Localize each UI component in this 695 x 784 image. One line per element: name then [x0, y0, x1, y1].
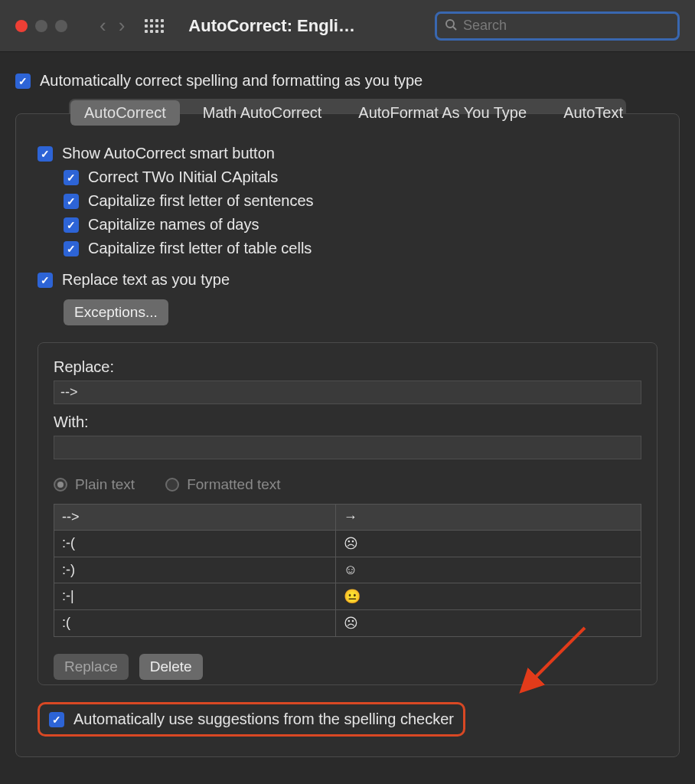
- replace-label: Replace:: [54, 358, 641, 376]
- exceptions-button[interactable]: Exceptions...: [64, 299, 168, 325]
- content: ✓ Automatically correct spelling and for…: [0, 52, 695, 773]
- option-label: Capitalize first letter of sentences: [88, 192, 314, 210]
- svg-point-0: [446, 20, 454, 28]
- table-cell-replace: -->: [54, 505, 336, 530]
- zoom-window-button[interactable]: [55, 20, 67, 32]
- option-label: Capitalize names of days: [88, 216, 259, 234]
- back-icon[interactable]: ‹: [100, 14, 106, 38]
- svg-line-1: [453, 27, 456, 30]
- minimize-window-button[interactable]: [35, 20, 47, 32]
- table-cell-replace: :(: [54, 610, 336, 636]
- checkbox-icon: ✓: [38, 146, 53, 162]
- checkbox-icon: ✓: [38, 273, 53, 288]
- table-button-row: Replace Delete: [54, 654, 641, 680]
- replace-button: Replace: [54, 654, 129, 680]
- radio-dot-icon: [54, 478, 67, 492]
- plain-text-radio: Plain text: [54, 476, 135, 493]
- apps-grid-icon[interactable]: [145, 19, 164, 33]
- replace-as-you-type-label: Replace text as you type: [62, 271, 230, 289]
- forward-icon[interactable]: ›: [119, 14, 126, 38]
- window-title: AutoCorrect: Engli…: [188, 16, 355, 36]
- checkbox-icon: ✓: [64, 194, 79, 209]
- table-cell-with: →: [336, 505, 641, 530]
- tab-autocorrect[interactable]: AutoCorrect: [70, 100, 180, 126]
- checkbox-icon: ✓: [15, 74, 31, 89]
- replace-input[interactable]: [54, 381, 641, 404]
- table-row[interactable]: :-(☹: [54, 531, 641, 557]
- option-label: Capitalize first letter of table cells: [88, 240, 312, 257]
- capitalize-sentences-row[interactable]: ✓ Capitalize first letter of sentences: [64, 192, 657, 210]
- replace-as-you-type-row[interactable]: ✓ Replace text as you type: [38, 271, 657, 289]
- checkbox-icon: ✓: [64, 170, 79, 185]
- checkbox-icon: ✓: [64, 217, 79, 233]
- table-cell-replace: :-|: [54, 583, 336, 609]
- show-smart-button-label: Show AutoCorrect smart button: [62, 145, 275, 162]
- table-cell-with: 😐: [336, 583, 641, 609]
- table-cell-replace: :-(: [54, 531, 336, 557]
- replacement-table[interactable]: -->→:-(☹:-)☺:-|😐:(☹: [54, 504, 641, 637]
- format-radio-row: Plain text Formatted text: [54, 476, 641, 493]
- close-window-button[interactable]: [15, 20, 28, 32]
- with-input[interactable]: [54, 436, 641, 459]
- checkbox-icon: ✓: [49, 712, 64, 727]
- tab-math-autocorrect[interactable]: Math AutoCorrect: [189, 100, 336, 126]
- auto-correct-top-checkbox-row[interactable]: ✓ Automatically correct spelling and for…: [15, 72, 680, 90]
- search-icon: [445, 18, 457, 34]
- capitalize-days-row[interactable]: ✓ Capitalize names of days: [64, 216, 657, 234]
- table-row[interactable]: :-|😐: [54, 583, 641, 610]
- spelling-suggestions-label: Automatically use suggestions from the s…: [73, 710, 454, 728]
- traffic-lights: [15, 20, 67, 32]
- plain-text-label: Plain text: [75, 476, 135, 493]
- table-cell-with: ☹: [336, 531, 641, 557]
- replace-box: Replace: With: Plain text Formatted text…: [38, 342, 657, 685]
- spelling-suggestions-row[interactable]: ✓ Automatically use suggestions from the…: [38, 702, 465, 737]
- formatted-text-radio: Formatted text: [165, 476, 281, 493]
- autocorrect-panel: ✓ Show AutoCorrect smart button ✓ Correc…: [15, 113, 680, 757]
- tab-autotext[interactable]: AutoText: [550, 100, 637, 126]
- table-row[interactable]: :-)☺: [54, 557, 641, 583]
- correct-two-initial-row[interactable]: ✓ Correct TWo INitial CApitals: [64, 168, 657, 186]
- option-label: Correct TWo INitial CApitals: [88, 168, 278, 186]
- nav-arrows: ‹ ›: [100, 14, 125, 38]
- table-row[interactable]: -->→: [54, 505, 641, 531]
- table-cell-with: ☹: [336, 610, 641, 636]
- checkbox-icon: ✓: [64, 241, 79, 256]
- show-smart-button-row[interactable]: ✓ Show AutoCorrect smart button: [38, 145, 657, 162]
- with-label: With:: [54, 413, 641, 431]
- formatted-text-label: Formatted text: [187, 476, 281, 493]
- table-cell-replace: :-): [54, 557, 336, 583]
- auto-correct-top-label: Automatically correct spelling and forma…: [40, 72, 423, 90]
- radio-dot-icon: [165, 478, 179, 492]
- delete-button[interactable]: Delete: [139, 654, 203, 680]
- table-cell-with: ☺: [336, 557, 641, 583]
- search-input[interactable]: [463, 18, 670, 34]
- table-row[interactable]: :(☹: [54, 610, 641, 637]
- titlebar: ‹ › AutoCorrect: Engli…: [0, 0, 695, 52]
- capitalize-table-cells-row[interactable]: ✓ Capitalize first letter of table cells: [64, 240, 657, 257]
- tab-autoformat[interactable]: AutoFormat As You Type: [344, 100, 540, 126]
- search-field-wrap[interactable]: [435, 11, 680, 41]
